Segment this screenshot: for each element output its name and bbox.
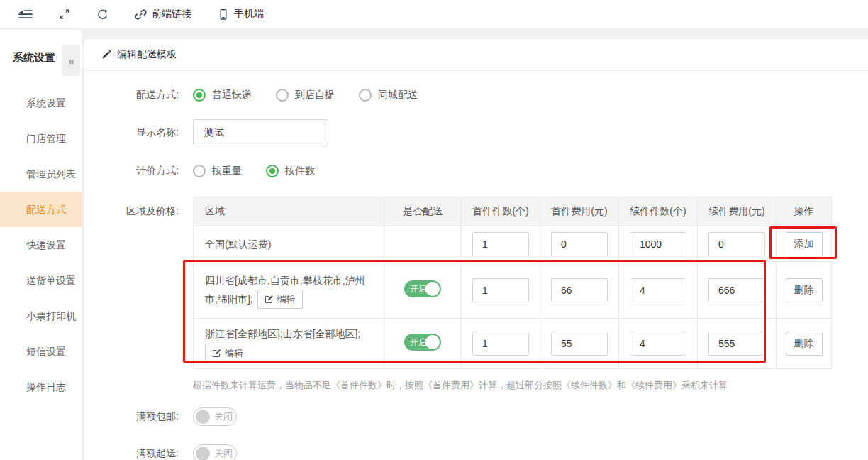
sidebar-item-express-settings[interactable]: 快递设置 <box>0 227 82 263</box>
sidebar-item-delivery-note-settings[interactable]: 送货单设置 <box>0 263 82 298</box>
edit-icon <box>265 295 274 304</box>
display-name-label: 显示名称: <box>84 126 179 139</box>
next-fee-input[interactable] <box>708 332 765 356</box>
collapse-menu-icon <box>18 9 33 20</box>
deliverable-toggle-on[interactable]: 开启 <box>404 334 441 351</box>
first-count-input[interactable] <box>472 232 529 256</box>
pricing-method-label: 计价方式: <box>84 165 179 177</box>
radio-by-piece[interactable]: 按件数 <box>266 165 315 177</box>
sidebar-item-system-settings[interactable]: 系统设置 <box>0 85 82 121</box>
page-title: 编辑配送模板 <box>117 48 177 61</box>
pencil-icon <box>101 50 111 60</box>
edit-region-button[interactable]: 编辑 <box>257 290 303 309</box>
mobile-view-label: 手机端 <box>234 8 264 21</box>
display-name-input[interactable] <box>193 119 328 146</box>
next-count-input[interactable] <box>630 278 686 302</box>
refresh-icon <box>96 9 108 21</box>
col-header-next-count: 续件件数(个) <box>619 197 698 226</box>
sidebar: 系统设置 « 系统设置 门店管理 管理员列表 配送方式 快递设置 送货单设置 小… <box>0 30 82 460</box>
delete-button[interactable]: 删除 <box>786 332 823 356</box>
toggle-knob <box>425 282 440 296</box>
min-order-label: 满额起送: <box>84 447 179 460</box>
fullscreen-icon <box>59 9 70 20</box>
radio-unselected-icon <box>359 89 372 102</box>
table-row-zhejiang-shandong: 浙江省[全部地区];山东省[全部地区];编辑 开启 <box>194 319 832 369</box>
toggle-knob <box>425 335 440 349</box>
table-row-national: 全国(默认运费) 添加 <box>194 226 832 262</box>
edit-region-button[interactable]: 编辑 <box>205 344 250 363</box>
region-text: 浙江省[全部地区];山东省[全部地区]; <box>205 328 360 339</box>
sidebar-item-operation-log[interactable]: 操作日志 <box>0 369 82 405</box>
min-order-toggle-off[interactable]: 关闭 <box>193 444 237 460</box>
toggle-label: 开启 <box>410 280 427 297</box>
region-price-table: 区域 是否配送 首件件数(个) 首件费用(元) 续件件数(个) 续件费用(元) … <box>193 197 832 369</box>
toggle-label: 关闭 <box>214 445 233 460</box>
sidebar-item-store-management[interactable]: 门店管理 <box>0 121 82 156</box>
col-header-deliverable: 是否配送 <box>384 197 462 226</box>
next-fee-input[interactable] <box>708 232 765 256</box>
first-count-input[interactable] <box>472 332 529 356</box>
radio-label: 按件数 <box>285 165 315 177</box>
radio-by-weight[interactable]: 按重量 <box>193 165 242 177</box>
region-text: 全国(默认运费) <box>205 239 271 250</box>
first-fee-input[interactable] <box>551 232 608 256</box>
col-header-region: 区域 <box>194 197 384 226</box>
radio-normal-express[interactable]: 普通快递 <box>193 89 252 102</box>
edit-icon <box>212 349 221 358</box>
sidebar-nav: 系统设置 门店管理 管理员列表 配送方式 快递设置 送货单设置 小票打印机 短信… <box>0 85 82 405</box>
col-header-next-fee: 续件费用(元) <box>698 197 777 226</box>
next-count-input[interactable] <box>630 332 686 356</box>
delivery-method-label: 配送方式: <box>84 89 179 102</box>
sidebar-item-delivery-method[interactable]: 配送方式 <box>0 192 82 227</box>
free-shipping-toggle-off[interactable]: 关闭 <box>193 407 237 426</box>
deliverable-toggle-on[interactable]: 开启 <box>404 280 441 297</box>
topbar: 前端链接 手机端 <box>0 0 868 29</box>
mobile-icon <box>218 9 229 21</box>
toggle-knob <box>196 410 210 424</box>
col-header-first-count: 首件件数(个) <box>462 197 540 226</box>
radio-label: 普通快递 <box>212 89 252 102</box>
radio-city-delivery[interactable]: 同城配送 <box>359 89 418 102</box>
edit-button-label: 编辑 <box>277 293 296 305</box>
table-header-row: 区域 是否配送 首件件数(个) 首件费用(元) 续件件数(个) 续件费用(元) … <box>194 197 832 226</box>
free-shipping-label: 满额包邮: <box>84 410 179 423</box>
next-count-input[interactable] <box>630 232 686 256</box>
col-header-first-fee: 首件费用(元) <box>540 197 619 226</box>
frontend-link-button[interactable]: 前端链接 <box>135 8 191 21</box>
radio-unselected-icon <box>193 165 206 177</box>
region-price-label: 区域及价格: <box>84 197 179 218</box>
radio-store-pickup[interactable]: 到店自提 <box>276 89 335 102</box>
main-panel: 编辑配送模板 配送方式: 普通快递 到店自提 同城配送 <box>84 39 868 460</box>
sidebar-title: 系统设置 « <box>0 30 82 85</box>
sidebar-collapse-button[interactable]: « <box>62 45 80 76</box>
page-header: 编辑配送模板 <box>84 39 868 71</box>
delivery-template-form: 配送方式: 普通快递 到店自提 同城配送 <box>84 71 868 460</box>
refresh-button[interactable] <box>96 9 108 21</box>
edit-button-label: 编辑 <box>225 347 243 359</box>
first-count-input[interactable] <box>472 278 529 302</box>
toggle-label: 开启 <box>410 334 427 351</box>
next-fee-input[interactable] <box>708 278 765 302</box>
sidebar-item-admin-list[interactable]: 管理员列表 <box>0 156 82 192</box>
sidebar-title-text: 系统设置 <box>13 51 55 65</box>
radio-selected-icon <box>193 89 206 102</box>
delete-button[interactable]: 删除 <box>786 278 823 302</box>
radio-selected-icon <box>266 165 279 177</box>
first-fee-input[interactable] <box>551 332 608 356</box>
sidebar-item-sms-settings[interactable]: 短信设置 <box>0 334 82 369</box>
mobile-view-button[interactable]: 手机端 <box>218 8 264 21</box>
pricing-note: 根据件数来计算运费，当物品不足《首件件数》时，按照《首件费用》计算，超过部分按照… <box>193 380 868 391</box>
link-icon <box>135 9 147 21</box>
frontend-link-label: 前端链接 <box>152 8 191 21</box>
toggle-knob <box>196 447 210 460</box>
first-fee-input[interactable] <box>551 278 608 302</box>
table-row-sichuan: 四川省[成都市,自贡市,攀枝花市,泸州市,绵阳市];编辑 开启 <box>194 262 832 319</box>
add-button[interactable]: 添加 <box>786 232 823 256</box>
radio-label: 到店自提 <box>295 89 335 102</box>
fullscreen-button[interactable] <box>59 9 70 20</box>
col-header-action: 操作 <box>777 197 832 226</box>
toggle-label: 关闭 <box>214 408 233 425</box>
app-window: 前端链接 手机端 系统设置 « 系统设置 门店管理 管理员列表 配送方式 快递设… <box>0 0 868 460</box>
sidebar-item-receipt-printer[interactable]: 小票打印机 <box>0 298 82 334</box>
collapse-sidebar-button[interactable] <box>18 9 33 20</box>
